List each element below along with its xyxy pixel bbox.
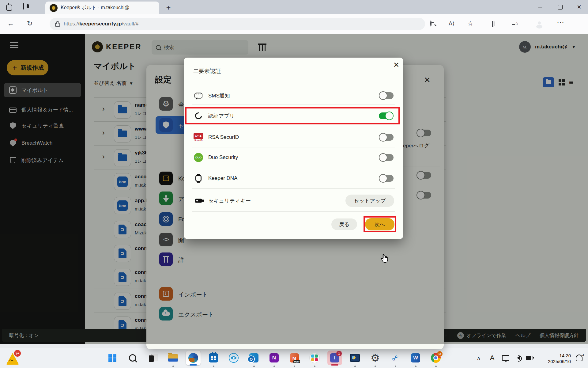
accessibility-app-icon[interactable]	[226, 351, 241, 365]
minimize-button[interactable]: ─	[531, 0, 549, 14]
teams-icon[interactable]: T1	[327, 351, 342, 365]
weather-widget-icon[interactable]: 9+	[6, 350, 21, 366]
microsoft-store-icon[interactable]	[206, 351, 221, 365]
close-button[interactable]: ✕	[570, 0, 588, 14]
browser-tab[interactable]: Keeper® ボルト - m.takeuchi@	[45, 2, 159, 14]
duo-toggle[interactable]	[379, 153, 394, 162]
task-view-icon[interactable]	[145, 351, 160, 365]
url-host: keepersecurity.jp	[79, 21, 122, 27]
onenote-icon[interactable]: N	[267, 351, 281, 365]
rsa-toggle[interactable]	[379, 133, 394, 142]
read-aloud-icon[interactable]: A⟩	[449, 20, 454, 27]
slack-icon[interactable]	[307, 351, 322, 365]
chrome-profile-badge: M	[437, 351, 443, 357]
workspaces-icon[interactable]	[8, 4, 15, 10]
modal-close-icon[interactable]: ✕	[393, 61, 399, 69]
duo-row: DUO Duo Security	[184, 149, 403, 166]
sms-row: SMS通知	[184, 87, 403, 104]
clock[interactable]: 14:20 2025/06/10	[540, 351, 571, 368]
volume-icon[interactable]	[513, 351, 522, 365]
notification-bell-icon[interactable]	[575, 351, 584, 365]
security-key-row: セキュリティキー セットアップ	[184, 190, 403, 211]
snipping-tool-icon[interactable]: ✂	[388, 351, 403, 365]
tray-time: 14:20	[540, 353, 571, 359]
sms-icon	[193, 93, 204, 99]
setup-button[interactable]: セットアップ	[345, 195, 394, 207]
tab-actions-icon[interactable]	[23, 4, 29, 10]
duo-security-icon: DUO	[193, 153, 204, 162]
chrome-icon[interactable]: M	[428, 351, 443, 365]
word-icon[interactable]: W	[408, 351, 423, 365]
security-key-icon	[193, 199, 204, 203]
keeper-favicon	[50, 4, 58, 12]
search-taskbar-icon[interactable]	[125, 351, 140, 365]
lock-icon	[55, 23, 60, 27]
keeper-dna-row: Keeper DNA	[184, 170, 403, 187]
network-icon[interactable]	[501, 351, 510, 365]
tray-date: 2025/06/10	[540, 359, 571, 365]
m365-icon[interactable]: MM365	[287, 351, 302, 365]
screen-share-icon[interactable]	[348, 351, 362, 365]
highlight-box-authenticator	[185, 107, 400, 124]
refresh-icon[interactable]: ↻	[27, 20, 32, 28]
keeper-dna-toggle[interactable]	[379, 174, 394, 183]
battery-icon[interactable]	[524, 351, 535, 365]
browser-tab-strip: Keeper® ボルト - m.takeuchi@ ＋ ─ ✕	[0, 0, 588, 14]
back-icon[interactable]: ←	[7, 20, 14, 28]
sms-toggle[interactable]	[379, 91, 394, 100]
new-tab-button[interactable]: ＋	[165, 2, 172, 12]
back-button[interactable]: 戻る	[331, 218, 357, 230]
favorite-star-icon[interactable]: ☆	[467, 20, 473, 28]
ime-icon[interactable]: A	[488, 351, 497, 365]
rsa-row: RSASecurID RSA SecurID	[184, 129, 403, 146]
more-menu-icon[interactable]: ⋯	[557, 18, 564, 26]
zoom-out-icon[interactable]	[430, 21, 432, 26]
split-screen-icon[interactable]	[492, 21, 493, 27]
maximize-button[interactable]	[551, 0, 569, 14]
two-factor-modal: ✕ 二要素認証 SMS通知 認証アプリ RSASecurID RSA Secur…	[184, 58, 403, 239]
file-explorer-icon[interactable]	[166, 351, 180, 365]
tray-chevron-icon[interactable]: ∧	[474, 351, 483, 365]
url-path: /vault/#	[122, 21, 139, 27]
outlook-icon[interactable]	[247, 351, 261, 365]
highlight-box-next	[364, 216, 396, 232]
windows-taskbar: 9+ N MM365 T1 ⚙ ✂ W M ∧ A 14:20 2025/06/…	[0, 348, 588, 368]
start-button[interactable]	[105, 351, 120, 365]
modal-title: 二要素認証	[193, 67, 221, 75]
tab-title: Keeper® ボルト - m.takeuchi@	[61, 5, 130, 11]
notification-badge: 9+	[14, 350, 21, 357]
settings-app-icon[interactable]: ⚙	[368, 351, 383, 365]
rsa-securid-icon: RSASecurID	[193, 133, 204, 141]
teams-badge: 1	[336, 351, 342, 356]
address-bar[interactable]: https://keepersecurity.jp/vault/#	[50, 18, 425, 30]
browser-toolbar: ← ↻ https://keepersecurity.jp/vault/# A⟩…	[0, 14, 588, 34]
keeper-vault-app: ＋新規作成 マイボルト 個人情報＆カード情... セキュリティ監査 Breach…	[0, 34, 588, 344]
hand-cursor	[380, 254, 389, 264]
keeper-dna-icon	[193, 175, 204, 182]
url-scheme: https://	[64, 21, 79, 27]
edge-icon[interactable]	[186, 351, 201, 365]
